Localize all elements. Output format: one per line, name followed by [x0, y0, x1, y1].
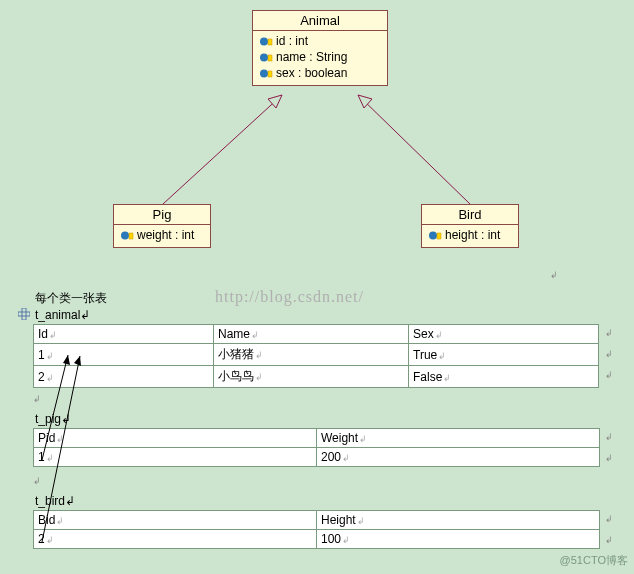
cell: 1↲ — [34, 448, 317, 467]
attr: weight : int — [114, 227, 210, 243]
header-cell: Bid↲ — [34, 511, 317, 530]
svg-point-3 — [121, 231, 129, 239]
header-cell: Height↲ — [317, 511, 600, 530]
attr-text: name : String — [276, 50, 347, 64]
paragraph-marker: ↲ — [550, 270, 558, 280]
attribute-icon — [259, 52, 273, 63]
paragraph-marker: ↲ — [605, 328, 613, 338]
svg-marker-8 — [358, 95, 372, 108]
paragraph-marker: ↲ — [605, 535, 613, 545]
table-row: Id↲ Name↲ Sex↲ — [34, 325, 599, 344]
table-row: 1↲ 200↲ — [34, 448, 600, 467]
table-row: Pid↲ Weight↲ — [34, 429, 600, 448]
svg-point-1 — [260, 53, 268, 61]
cell: 200↲ — [317, 448, 600, 467]
class-attrs-pig: weight : int — [114, 225, 210, 247]
table-anchor-icon — [18, 308, 30, 320]
table-bird: Bid↲ Height↲ 2↲ 100↲ — [33, 510, 600, 549]
class-box-animal: Animal id : int name : String sex : bool… — [252, 10, 388, 86]
paragraph-marker: ↲ — [605, 349, 613, 359]
header-cell: Weight↲ — [317, 429, 600, 448]
class-title-pig: Pig — [114, 205, 210, 225]
svg-marker-6 — [268, 95, 282, 108]
attribute-icon — [259, 36, 273, 47]
diagram-canvas: Animal id : int name : String sex : bool… — [0, 0, 634, 574]
svg-line-5 — [163, 95, 282, 204]
paragraph-marker: ↲ — [605, 514, 613, 524]
table-animal: Id↲ Name↲ Sex↲ 1↲ 小猪猪↲ True↲ 2↲ 小鸟鸟↲ Fal… — [33, 324, 599, 388]
attr-text: weight : int — [137, 228, 194, 242]
header-cell: Name↲ — [214, 325, 409, 344]
attribute-icon — [259, 68, 273, 79]
svg-point-4 — [429, 231, 437, 239]
paragraph-marker: ↲ — [33, 476, 41, 486]
corner-watermark: @51CTO博客 — [560, 553, 628, 568]
table-caption-pig: t_pig↲ — [35, 412, 71, 426]
svg-rect-10 — [18, 312, 30, 316]
header-cell: Pid↲ — [34, 429, 317, 448]
cell: False↲ — [409, 366, 599, 388]
header-cell: Id↲ — [34, 325, 214, 344]
class-attrs-animal: id : int name : String sex : boolean — [253, 31, 387, 85]
svg-rect-9 — [22, 308, 26, 320]
cell: 小鸟鸟↲ — [214, 366, 409, 388]
cell: 2↲ — [34, 366, 214, 388]
attr: sex : boolean — [253, 65, 387, 81]
table-caption-animal: t_animal↲ — [35, 308, 90, 322]
attribute-icon — [428, 230, 442, 241]
table-row: 2↲ 小鸟鸟↲ False↲ — [34, 366, 599, 388]
paragraph-marker: ↲ — [605, 453, 613, 463]
svg-point-2 — [260, 69, 268, 77]
class-box-pig: Pig weight : int — [113, 204, 211, 248]
class-attrs-bird: height : int — [422, 225, 518, 247]
cell: True↲ — [409, 344, 599, 366]
paragraph-marker: ↲ — [605, 432, 613, 442]
attr: id : int — [253, 33, 387, 49]
header-cell: Sex↲ — [409, 325, 599, 344]
class-title-animal: Animal — [253, 11, 387, 31]
table-caption-bird: t_bird↲ — [35, 494, 75, 508]
attr: name : String — [253, 49, 387, 65]
svg-point-0 — [260, 37, 268, 45]
table-row: Bid↲ Height↲ — [34, 511, 600, 530]
table-pig: Pid↲ Weight↲ 1↲ 200↲ — [33, 428, 600, 467]
attr-text: height : int — [445, 228, 500, 242]
svg-line-7 — [358, 95, 470, 204]
attribute-icon — [120, 230, 134, 241]
table-row: 2↲ 100↲ — [34, 530, 600, 549]
section-label: 每个类一张表 — [35, 290, 107, 307]
cell: 2↲ — [34, 530, 317, 549]
foreign-key-arrows — [0, 0, 634, 574]
paragraph-marker: ↲ — [605, 370, 613, 380]
cell: 小猪猪↲ — [214, 344, 409, 366]
watermark-text: http://blog.csdn.net/ — [215, 288, 364, 306]
cell: 100↲ — [317, 530, 600, 549]
attr: height : int — [422, 227, 518, 243]
cell: 1↲ — [34, 344, 214, 366]
table-row: 1↲ 小猪猪↲ True↲ — [34, 344, 599, 366]
attr-text: id : int — [276, 34, 308, 48]
paragraph-marker: ↲ — [33, 394, 41, 404]
class-box-bird: Bird height : int — [421, 204, 519, 248]
class-title-bird: Bird — [422, 205, 518, 225]
attr-text: sex : boolean — [276, 66, 347, 80]
